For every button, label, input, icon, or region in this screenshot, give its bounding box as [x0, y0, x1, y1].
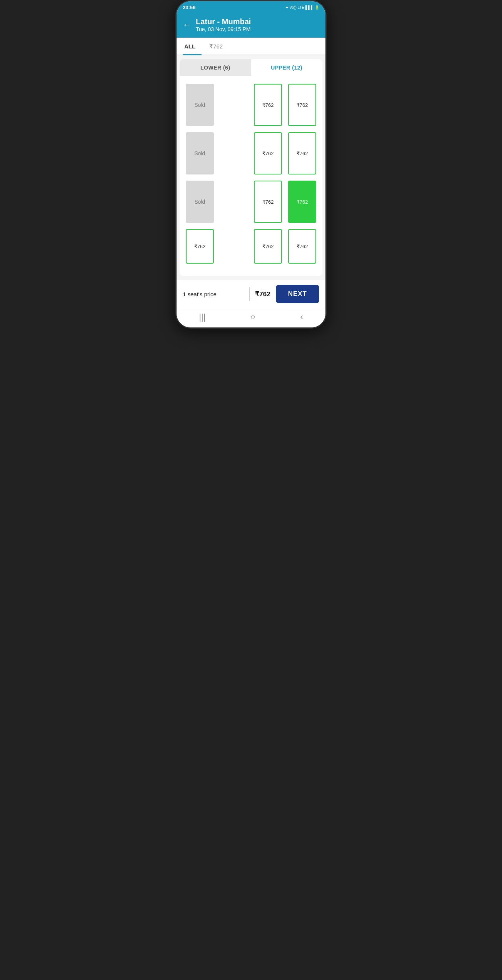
spacer-r2 — [220, 132, 248, 174]
divider — [249, 287, 250, 301]
bottom-bar: 1 seat's price ₹762 NEXT — [177, 280, 325, 308]
seat-r3-right2[interactable]: ₹762 — [288, 181, 316, 223]
seat-r4-right1[interactable]: ₹762 — [254, 229, 282, 264]
status-icons: ✦ Vo)) LTE ▌▌▌ 🔋 — [285, 5, 319, 10]
seat-r1-left: Sold — [186, 84, 214, 126]
seat-row-2: Sold ₹762 ₹762 — [186, 132, 316, 174]
header-info: Latur - Mumbai Tue, 03 Nov, 09:15 PM — [196, 17, 251, 32]
spacer-r3 — [220, 181, 248, 223]
seat-r4-right2[interactable]: ₹762 — [288, 229, 316, 264]
route-title: Latur - Mumbai — [196, 17, 251, 26]
seat-r2-right2[interactable]: ₹762 — [288, 132, 316, 174]
nav-home-icon[interactable]: ○ — [250, 312, 255, 322]
berth-tabs: LOWER (6) UPPER (12) — [180, 59, 322, 76]
seat-r2-left: Sold — [186, 132, 214, 174]
seat-row-4: ₹762 ₹762 ₹762 — [186, 229, 316, 264]
spacer-r1 — [220, 84, 248, 126]
next-button[interactable]: NEXT — [276, 285, 319, 303]
tab-upper[interactable]: UPPER (12) — [251, 59, 323, 76]
seat-r1-right2[interactable]: ₹762 — [288, 84, 316, 126]
top-tabs: ALL ₹762 — [177, 38, 325, 55]
route-date: Tue, 03 Nov, 09:15 PM — [196, 26, 251, 32]
tab-price[interactable]: ₹762 — [208, 38, 229, 55]
price-label: 1 seat's price — [183, 291, 244, 297]
price-value: ₹762 — [255, 290, 270, 298]
seat-r3-right1[interactable]: ₹762 — [254, 181, 282, 223]
status-time: 23:56 — [183, 5, 195, 10]
seat-r1-right1[interactable]: ₹762 — [254, 84, 282, 126]
seat-row-3: Sold ₹762 ₹762 — [186, 181, 316, 223]
seat-r2-right1[interactable]: ₹762 — [254, 132, 282, 174]
header: ← Latur - Mumbai Tue, 03 Nov, 09:15 PM — [177, 13, 325, 38]
tab-lower[interactable]: LOWER (6) — [180, 59, 251, 76]
nav-back-icon[interactable]: ‹ — [300, 312, 303, 322]
tab-all[interactable]: ALL — [183, 38, 202, 55]
spacer-r4 — [220, 229, 248, 264]
seat-r4-left[interactable]: ₹762 — [186, 229, 214, 264]
nav-bar: ||| ○ ‹ — [177, 308, 325, 327]
back-button[interactable]: ← — [183, 21, 191, 29]
seat-container: LOWER (6) UPPER (12) Sold ₹762 ₹762 — [180, 59, 322, 276]
status-right-icons: ✦ Vo)) LTE ▌▌▌ 🔋 — [285, 5, 319, 10]
seats-area: Sold ₹762 ₹762 Sold ₹762 — [180, 76, 322, 276]
seat-row-1: Sold ₹762 ₹762 — [186, 84, 316, 126]
nav-menu-icon[interactable]: ||| — [199, 312, 205, 322]
seat-r3-left: Sold — [186, 181, 214, 223]
phone-frame: 23:56 ✦ Vo)) LTE ▌▌▌ 🔋 ← Latur - Mumbai … — [175, 0, 327, 329]
status-bar: 23:56 ✦ Vo)) LTE ▌▌▌ 🔋 — [177, 1, 325, 13]
